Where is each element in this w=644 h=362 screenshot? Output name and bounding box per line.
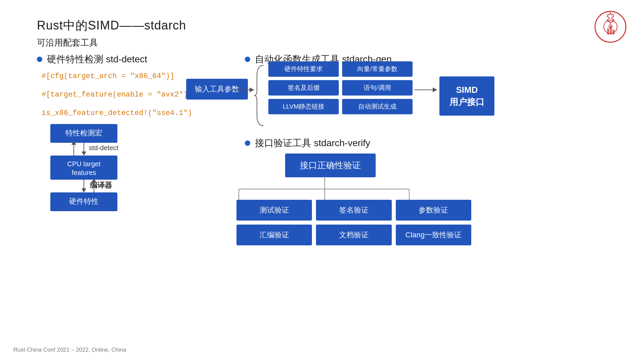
logo-icon: ⚙ (594, 10, 627, 44)
verify-box-3: 汇编验证 (236, 225, 312, 245)
right-bottom-bullet-dot (245, 140, 250, 146)
right-bottom-bullet-text: 接口验证工具 stdarch-verify (255, 137, 370, 149)
code-line-2: #[target_feature(enable = "avx2")] (40, 90, 192, 99)
verify-lines (235, 176, 470, 203)
svg-marker-20 (433, 87, 437, 92)
grid-to-simd-arrow (415, 85, 441, 95)
verify-box-1: 签名验证 (316, 200, 391, 221)
code-line-1: #[cfg(target_arch = "x86_64")] (40, 72, 174, 80)
grid-box-5: 自动测试生成 (342, 99, 413, 114)
code-line-3: is_x86_feature_detected!("sse4.1") (40, 109, 192, 117)
grid-box-3: 语句/调用 (342, 80, 413, 96)
verify-box-5: Clang一致性验证 (396, 225, 471, 245)
svg-marker-11 (82, 188, 86, 192)
simd-box: SIMD 用户接口 (439, 76, 494, 116)
grid-box-0: 硬件特性要求 (268, 61, 339, 77)
main-title: Rust中的SIMD——stdarch (37, 17, 186, 34)
grid-box-4: LLVM静态链接 (268, 99, 339, 114)
left-bullet-header: 硬件特性检测 std-detect (37, 53, 147, 66)
svg-text:std-detect: std-detect (89, 144, 118, 152)
svg-text:硬件特性: 硬件特性 (69, 197, 99, 205)
left-bullet-dot (37, 57, 42, 62)
svg-rect-29 (607, 28, 609, 35)
right-bottom-bullet-header: 接口验证工具 stdarch-verify (245, 137, 370, 149)
left-diagram-svg: 特性检测宏 std-detect CPU target features 编译器… (37, 124, 144, 231)
right-bullet-dot (245, 57, 250, 62)
footer-text: Rust China Conf 2021 – 2022, Online, Chi… (13, 347, 126, 353)
svg-rect-30 (610, 26, 612, 35)
verify-top-box-container: 接口正确性验证 (285, 154, 376, 177)
logo-area: ⚙ (594, 10, 627, 44)
left-bullet-text: 硬件特性检测 std-detect (47, 53, 147, 66)
curly-brace (254, 62, 267, 129)
svg-marker-3 (82, 152, 86, 156)
grid-box-1: 向量/常量参数 (342, 61, 413, 77)
verify-box-0: 测试验证 (236, 200, 312, 221)
sub-title: 可沿用配套工具 (37, 37, 98, 49)
svg-text:CPU target: CPU target (67, 160, 101, 168)
svg-text:特性检测宏: 特性检测宏 (65, 129, 102, 137)
verify-box-4: 文档验证 (316, 225, 391, 245)
svg-text:features: features (72, 169, 96, 176)
verify-grid: 测试验证 签名验证 参数验证 汇编验证 文档验证 Clang一致性验证 (236, 200, 471, 245)
verify-box-2: 参数验证 (396, 200, 471, 221)
verify-top-box: 接口正确性验证 (285, 154, 376, 177)
svg-rect-31 (612, 29, 614, 35)
grid-boxes: 硬件特性要求 向量/常量参数 签名及后缀 语句/调用 LLVM静态链接 自动测试… (268, 61, 413, 114)
grid-box-2: 签名及后缀 (268, 80, 339, 96)
